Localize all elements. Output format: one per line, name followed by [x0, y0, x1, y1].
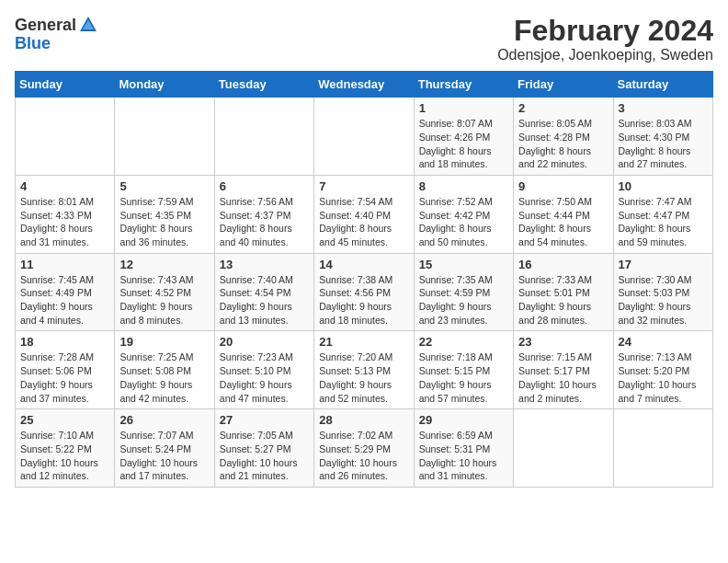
calendar-cell: 29Sunrise: 6:59 AMSunset: 5:31 PMDayligh…	[414, 409, 513, 488]
day-number: 14	[319, 258, 408, 271]
calendar-cell	[514, 409, 613, 488]
day-info: Sunrise: 8:05 AMSunset: 4:28 PMDaylight:…	[518, 117, 608, 171]
day-number: 6	[220, 179, 309, 193]
day-info: Sunrise: 7:02 AMSunset: 5:29 PMDaylight:…	[319, 429, 408, 483]
calendar-cell: 21Sunrise: 7:20 AMSunset: 5:13 PMDayligh…	[314, 331, 414, 409]
calendar-cell: 26Sunrise: 7:07 AMSunset: 5:24 PMDayligh…	[115, 409, 214, 488]
day-number: 11	[20, 258, 109, 271]
day-info: Sunrise: 7:15 AMSunset: 5:17 PMDaylight:…	[518, 350, 608, 405]
calendar-cell	[214, 98, 313, 176]
location-title: Odensjoe, Joenkoeping, Sweden	[497, 47, 713, 63]
day-number: 9	[518, 179, 608, 193]
weekday-header-row: SundayMondayTuesdayWednesdayThursdayFrid…	[16, 72, 713, 98]
weekday-header-friday: Friday	[514, 72, 613, 98]
day-info: Sunrise: 8:07 AMSunset: 4:26 PMDaylight:…	[419, 117, 508, 171]
day-info: Sunrise: 7:59 AMSunset: 4:35 PMDaylight:…	[119, 195, 209, 249]
day-number: 25	[20, 413, 109, 427]
calendar-cell: 9Sunrise: 7:50 AMSunset: 4:44 PMDaylight…	[514, 175, 613, 253]
calendar-cell: 17Sunrise: 7:30 AMSunset: 5:03 PMDayligh…	[613, 253, 712, 331]
day-number: 24	[619, 335, 708, 349]
day-number: 5	[119, 179, 209, 193]
day-number: 29	[419, 413, 508, 427]
calendar-cell: 1Sunrise: 8:07 AMSunset: 4:26 PMDaylight…	[414, 98, 513, 176]
calendar-cell: 5Sunrise: 7:59 AMSunset: 4:35 PMDaylight…	[115, 175, 214, 253]
calendar-cell: 11Sunrise: 7:45 AMSunset: 4:49 PMDayligh…	[16, 253, 115, 331]
day-info: Sunrise: 7:38 AMSunset: 4:56 PMDaylight:…	[319, 273, 408, 327]
day-info: Sunrise: 7:10 AMSunset: 5:22 PMDaylight:…	[20, 429, 109, 483]
calendar-cell	[16, 98, 115, 176]
day-info: Sunrise: 8:03 AMSunset: 4:30 PMDaylight:…	[619, 117, 708, 171]
day-info: Sunrise: 7:47 AMSunset: 4:47 PMDaylight:…	[619, 195, 708, 249]
logo-blue-text: Blue	[15, 35, 51, 52]
calendar-cell: 18Sunrise: 7:28 AMSunset: 5:06 PMDayligh…	[16, 331, 115, 409]
calendar-week-row: 25Sunrise: 7:10 AMSunset: 5:22 PMDayligh…	[16, 409, 713, 488]
day-info: Sunrise: 6:59 AMSunset: 5:31 PMDaylight:…	[419, 429, 508, 483]
day-info: Sunrise: 7:56 AMSunset: 4:37 PMDaylight:…	[220, 195, 309, 249]
weekday-header-sunday: Sunday	[16, 72, 115, 98]
day-number: 3	[619, 101, 708, 115]
page-header: General Blue February 2024 Odensjoe, Joe…	[15, 15, 713, 63]
calendar-cell: 24Sunrise: 7:13 AMSunset: 5:20 PMDayligh…	[613, 331, 712, 409]
weekday-header-monday: Monday	[115, 72, 214, 98]
calendar-week-row: 18Sunrise: 7:28 AMSunset: 5:06 PMDayligh…	[16, 331, 713, 409]
day-number: 8	[419, 179, 508, 193]
day-number: 27	[220, 413, 309, 427]
calendar-cell	[115, 98, 214, 176]
month-title: February 2024	[497, 15, 713, 47]
day-info: Sunrise: 7:13 AMSunset: 5:20 PMDaylight:…	[619, 350, 708, 405]
calendar-cell: 6Sunrise: 7:56 AMSunset: 4:37 PMDaylight…	[214, 175, 313, 253]
logo: General Blue	[15, 15, 98, 52]
calendar-cell: 27Sunrise: 7:05 AMSunset: 5:27 PMDayligh…	[214, 409, 313, 488]
calendar-cell: 16Sunrise: 7:33 AMSunset: 5:01 PMDayligh…	[514, 253, 613, 331]
calendar-cell: 25Sunrise: 7:10 AMSunset: 5:22 PMDayligh…	[16, 409, 115, 488]
day-info: Sunrise: 7:18 AMSunset: 5:15 PMDaylight:…	[419, 350, 508, 405]
calendar-cell: 13Sunrise: 7:40 AMSunset: 4:54 PMDayligh…	[214, 253, 313, 331]
day-info: Sunrise: 7:30 AMSunset: 5:03 PMDaylight:…	[619, 273, 708, 327]
calendar-cell: 14Sunrise: 7:38 AMSunset: 4:56 PMDayligh…	[314, 253, 414, 331]
calendar-cell	[314, 98, 414, 176]
day-number: 13	[220, 258, 309, 271]
day-info: Sunrise: 7:35 AMSunset: 4:59 PMDaylight:…	[419, 273, 508, 327]
calendar-cell: 22Sunrise: 7:18 AMSunset: 5:15 PMDayligh…	[414, 331, 513, 409]
day-info: Sunrise: 7:33 AMSunset: 5:01 PMDaylight:…	[518, 273, 608, 327]
day-info: Sunrise: 8:01 AMSunset: 4:33 PMDaylight:…	[20, 195, 109, 249]
calendar-week-row: 1Sunrise: 8:07 AMSunset: 4:26 PMDaylight…	[16, 98, 713, 176]
day-info: Sunrise: 7:05 AMSunset: 5:27 PMDaylight:…	[220, 429, 309, 483]
calendar-cell: 2Sunrise: 8:05 AMSunset: 4:28 PMDaylight…	[514, 98, 613, 176]
day-info: Sunrise: 7:28 AMSunset: 5:06 PMDaylight:…	[20, 350, 109, 405]
calendar-table: SundayMondayTuesdayWednesdayThursdayFrid…	[15, 71, 713, 488]
weekday-header-wednesday: Wednesday	[314, 72, 414, 98]
calendar-cell: 20Sunrise: 7:23 AMSunset: 5:10 PMDayligh…	[214, 331, 313, 409]
calendar-cell: 8Sunrise: 7:52 AMSunset: 4:42 PMDaylight…	[414, 175, 513, 253]
day-number: 18	[20, 335, 109, 349]
day-number: 12	[119, 258, 209, 271]
day-number: 22	[419, 335, 508, 349]
day-number: 2	[518, 101, 608, 115]
day-number: 28	[319, 413, 408, 427]
title-area: February 2024 Odensjoe, Joenkoeping, Swe…	[497, 15, 713, 63]
day-info: Sunrise: 7:52 AMSunset: 4:42 PMDaylight:…	[419, 195, 508, 249]
calendar-cell: 10Sunrise: 7:47 AMSunset: 4:47 PMDayligh…	[613, 175, 712, 253]
day-number: 15	[419, 258, 508, 271]
weekday-header-tuesday: Tuesday	[214, 72, 313, 98]
calendar-week-row: 4Sunrise: 8:01 AMSunset: 4:33 PMDaylight…	[16, 175, 713, 253]
day-number: 17	[619, 258, 708, 271]
day-number: 1	[419, 101, 508, 115]
logo-icon	[78, 15, 98, 35]
day-info: Sunrise: 7:23 AMSunset: 5:10 PMDaylight:…	[220, 350, 309, 405]
calendar-cell: 19Sunrise: 7:25 AMSunset: 5:08 PMDayligh…	[115, 331, 214, 409]
logo-general-text: General	[15, 17, 76, 33]
day-number: 16	[518, 258, 608, 271]
calendar-cell: 28Sunrise: 7:02 AMSunset: 5:29 PMDayligh…	[314, 409, 414, 488]
day-info: Sunrise: 7:07 AMSunset: 5:24 PMDaylight:…	[119, 429, 209, 483]
day-info: Sunrise: 7:40 AMSunset: 4:54 PMDaylight:…	[220, 273, 309, 327]
day-number: 4	[20, 179, 109, 193]
day-info: Sunrise: 7:54 AMSunset: 4:40 PMDaylight:…	[319, 195, 408, 249]
calendar-cell: 7Sunrise: 7:54 AMSunset: 4:40 PMDaylight…	[314, 175, 414, 253]
day-info: Sunrise: 7:25 AMSunset: 5:08 PMDaylight:…	[119, 350, 209, 405]
calendar-cell: 15Sunrise: 7:35 AMSunset: 4:59 PMDayligh…	[414, 253, 513, 331]
day-number: 7	[319, 179, 408, 193]
day-number: 21	[319, 335, 408, 349]
day-info: Sunrise: 7:43 AMSunset: 4:52 PMDaylight:…	[119, 273, 209, 327]
day-number: 26	[119, 413, 209, 427]
